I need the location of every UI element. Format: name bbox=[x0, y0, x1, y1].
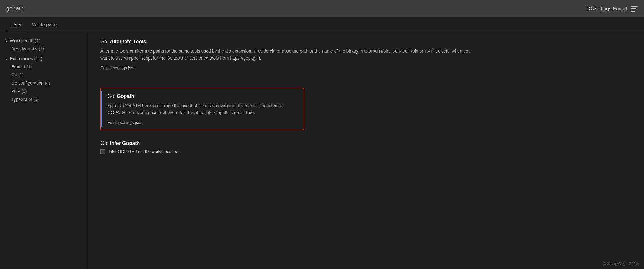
chevron-down-icon-extensions: ∨ bbox=[5, 56, 8, 61]
main-content: ∨ Workbench (1) Breadcrumbs (1) ∨ Extens… bbox=[0, 31, 644, 269]
filter-icon[interactable] bbox=[631, 6, 638, 12]
setting-title-gopath: Go: Gopath bbox=[107, 93, 298, 99]
setting-link-alternate-tools[interactable]: Edit in settings.json bbox=[100, 66, 136, 70]
sidebar-group-label-extensions: Extensions (12) bbox=[10, 56, 42, 61]
sidebar-item-go-configuration[interactable]: Go configuration (4) bbox=[0, 79, 88, 87]
setting-go-gopath: Go: Gopath Specify GOPATH here to overri… bbox=[107, 93, 298, 125]
watermark: CSDN @依恋_吃代码 bbox=[603, 261, 639, 266]
sidebar-group-workbench: ∨ Workbench (1) Breadcrumbs (1) bbox=[0, 36, 88, 53]
setting-title-bold-alternate-tools: Alternate Tools bbox=[110, 39, 146, 44]
sidebar-group-header-extensions[interactable]: ∨ Extensions (12) bbox=[0, 54, 88, 63]
search-input[interactable] bbox=[6, 5, 586, 12]
infer-gopath-checkbox[interactable] bbox=[100, 149, 105, 154]
tabs-bar: User Workspace bbox=[0, 17, 644, 31]
search-results-info: 13 Settings Found bbox=[586, 6, 638, 12]
search-bar: 13 Settings Found bbox=[0, 0, 644, 17]
setting-description-alternate-tools: Alternate tools or alternate paths for t… bbox=[100, 48, 477, 62]
infer-gopath-checkbox-row: Infer GOPATH from the workspace root. bbox=[100, 149, 631, 154]
sidebar-group-header-workbench[interactable]: ∨ Workbench (1) bbox=[0, 36, 88, 45]
sidebar-item-emmet[interactable]: Emmet (1) bbox=[0, 63, 88, 71]
sidebar: ∨ Workbench (1) Breadcrumbs (1) ∨ Extens… bbox=[0, 31, 88, 269]
settings-page: 13 Settings Found User Workspace ∨ Workb… bbox=[0, 0, 644, 269]
setting-title-alternate-tools: Go: Alternate Tools bbox=[100, 39, 631, 45]
blue-left-bar bbox=[101, 91, 102, 127]
setting-title-infer-gopath: Go: Infer Gopath bbox=[100, 140, 631, 146]
setting-go-alternate-tools: Go: Alternate Tools Alternate tools or a… bbox=[100, 39, 631, 78]
chevron-down-icon: ∨ bbox=[5, 39, 8, 43]
setting-description-gopath: Specify GOPATH here to override the one … bbox=[107, 102, 298, 116]
setting-title-bold-infer-gopath: Infer Gopath bbox=[110, 140, 140, 146]
sidebar-item-git[interactable]: Git (1) bbox=[0, 71, 88, 79]
setting-link-gopath[interactable]: Edit in settings.json bbox=[107, 120, 142, 125]
sidebar-item-php[interactable]: PHP (1) bbox=[0, 87, 88, 95]
setting-go-gopath-wrapper: Go: Gopath Specify GOPATH here to overri… bbox=[100, 88, 304, 130]
sidebar-item-typescript[interactable]: TypeScript (5) bbox=[0, 95, 88, 103]
sidebar-group-label-workbench: Workbench (1) bbox=[10, 38, 40, 43]
extensions-count: (12) bbox=[34, 56, 43, 61]
sidebar-item-breadcrumbs[interactable]: Breadcrumbs (1) bbox=[0, 45, 88, 53]
settings-content: Go: Alternate Tools Alternate tools or a… bbox=[88, 31, 644, 269]
infer-gopath-checkbox-label: Infer GOPATH from the workspace root. bbox=[109, 149, 180, 154]
search-results-text: 13 Settings Found bbox=[586, 6, 627, 12]
setting-go-infer-gopath: Go: Infer Gopath Infer GOPATH from the w… bbox=[100, 140, 631, 162]
tab-user[interactable]: User bbox=[6, 19, 27, 31]
tab-workspace[interactable]: Workspace bbox=[27, 19, 62, 31]
sidebar-group-extensions: ∨ Extensions (12) Emmet (1) Git (1) Go c… bbox=[0, 54, 88, 103]
setting-title-bold-gopath: Gopath bbox=[117, 93, 134, 99]
workbench-count: (1) bbox=[35, 38, 40, 43]
